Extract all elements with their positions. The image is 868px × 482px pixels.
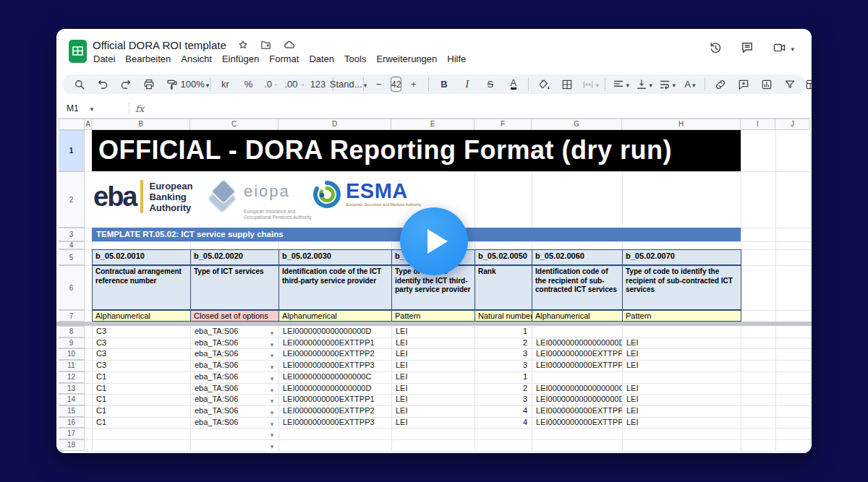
cell-J18[interactable] [775, 439, 811, 452]
menu-hilfe[interactable]: Hilfe [442, 52, 471, 66]
zoom-select[interactable]: 100% [184, 76, 206, 92]
document-status-cloud-icon[interactable] [283, 38, 296, 51]
cell-dropdown-icon[interactable] [267, 417, 277, 429]
cell-J17[interactable] [775, 428, 811, 440]
data-cell-H11[interactable]: LEI [622, 360, 741, 371]
text-wrap-button[interactable] [655, 76, 678, 92]
data-cell-E8[interactable]: LEI [391, 326, 475, 337]
data-cell-D10[interactable]: LEI0000000000EXTTPP2 [278, 348, 391, 360]
currency-format-button[interactable]: kr [214, 76, 237, 92]
data-cell-E14[interactable]: LEI [391, 394, 475, 405]
cell-dropdown-icon[interactable] [267, 405, 277, 417]
data-cell-C13[interactable]: eba_TA:S06 [190, 383, 278, 395]
strikethrough-button[interactable]: S [479, 76, 501, 92]
table-button[interactable] [801, 76, 812, 92]
data-cell-H16[interactable]: LEI [622, 417, 741, 429]
data-cell-B11[interactable]: C3 [92, 360, 190, 371]
data-cell-D13[interactable]: LEI0000000000000000D [278, 383, 391, 395]
cell-J16[interactable] [775, 417, 811, 429]
cell-H18[interactable] [622, 439, 741, 452]
cell-E17[interactable] [391, 428, 475, 440]
column-header-C[interactable]: C [190, 119, 278, 130]
data-cell-E13[interactable]: LEI [391, 383, 475, 395]
cell-G2[interactable] [532, 171, 623, 228]
cell-dropdown-icon[interactable] [267, 383, 277, 395]
cell-J2[interactable] [775, 171, 811, 228]
data-cell-F15[interactable]: 4 [475, 405, 532, 417]
move-icon[interactable] [260, 39, 272, 51]
print-button[interactable] [137, 76, 160, 92]
cell-I9[interactable] [741, 337, 776, 350]
cell-C18[interactable] [190, 439, 279, 452]
column-header-I[interactable]: I [741, 119, 775, 130]
fill-color-button[interactable] [532, 76, 555, 92]
font-size-input[interactable]: 42 [391, 77, 401, 92]
row-header-17[interactable]: 17 [59, 428, 85, 439]
data-cell-D14[interactable]: LEI0000000000EXTTPP1 [278, 394, 391, 405]
cell-F18[interactable] [475, 439, 532, 452]
cell-I17[interactable] [741, 428, 776, 440]
data-cell-G12[interactable] [532, 371, 622, 383]
data-cell-D12[interactable]: LEI0000000000000000C [278, 371, 391, 383]
data-cell-F13[interactable]: 2 [475, 383, 532, 395]
data-cell-F14[interactable]: 3 [475, 394, 532, 405]
cell-I1[interactable] [741, 130, 776, 172]
row-header-10[interactable]: 10 [59, 348, 85, 360]
horizontal-align-button[interactable] [609, 76, 631, 92]
meet-camera-button[interactable] [772, 40, 794, 55]
bold-button[interactable]: B [433, 76, 455, 92]
frozen-rows-divider[interactable] [56, 322, 812, 326]
data-cell-H12[interactable] [622, 371, 741, 383]
menu-daten[interactable]: Daten [304, 52, 339, 66]
star-icon[interactable] [237, 39, 249, 51]
doc-title[interactable]: Official DORA ROI template [93, 39, 226, 51]
data-cell-B9[interactable]: C3 [92, 337, 190, 349]
data-cell-C10[interactable]: eba_TA:S06 [190, 348, 278, 360]
cell-I14[interactable] [741, 394, 776, 406]
google-sheets-icon[interactable] [69, 40, 87, 63]
cell-I13[interactable] [741, 383, 776, 395]
column-header-E[interactable]: E [391, 119, 475, 130]
data-cell-G11[interactable]: LEI0000000000EXTTPP1 [532, 360, 622, 371]
cell-J10[interactable] [775, 348, 811, 361]
data-cell-E10[interactable]: LEI [391, 348, 475, 360]
row-header-16[interactable]: 16 [59, 417, 85, 429]
cell-I18[interactable] [741, 439, 776, 452]
data-cell-D11[interactable]: LEI0000000000EXTTPP3 [278, 360, 391, 371]
italic-button[interactable]: I [456, 76, 478, 92]
undo-button[interactable] [91, 76, 114, 92]
create-filter-button[interactable] [778, 76, 801, 92]
data-cell-E15[interactable]: LEI [391, 405, 475, 417]
data-cell-H8[interactable] [622, 326, 741, 337]
row-header-1[interactable]: 1 [59, 130, 85, 171]
cell-F2[interactable] [475, 171, 532, 228]
cell-dropdown-icon[interactable] [267, 371, 277, 383]
row-header-11[interactable]: 11 [59, 360, 85, 371]
cell-I5[interactable] [741, 249, 776, 266]
row-header-13[interactable]: 13 [59, 383, 85, 395]
cell-J6[interactable] [775, 265, 811, 311]
data-cell-D8[interactable]: LEI0000000000000000D [278, 326, 391, 337]
column-header-D[interactable]: D [278, 119, 391, 130]
data-cell-G15[interactable]: LEI0000000000EXTTPP1 [532, 405, 622, 417]
row-header-15[interactable]: 15 [59, 405, 85, 417]
cell-I12[interactable] [741, 371, 776, 384]
cell-J5[interactable] [775, 249, 811, 266]
cell-dropdown-icon[interactable] [267, 360, 277, 371]
name-box[interactable]: M1 [56, 103, 123, 113]
data-cell-C14[interactable]: eba_TA:S06 [190, 394, 278, 405]
data-cell-C12[interactable]: eba_TA:S06 [190, 371, 278, 383]
cell-J15[interactable] [775, 405, 811, 418]
comments-icon[interactable] [740, 40, 754, 55]
text-color-button[interactable]: A [502, 76, 524, 92]
cell-I16[interactable] [741, 417, 776, 429]
data-cell-H10[interactable]: LEI [622, 348, 741, 360]
number-format-button[interactable]: 123 [307, 76, 329, 92]
cell-B18[interactable] [92, 439, 191, 452]
data-cell-F10[interactable]: 3 [475, 348, 532, 360]
column-header-A[interactable]: A [85, 119, 92, 130]
row-header-14[interactable]: 14 [59, 394, 85, 405]
data-cell-C11[interactable]: eba_TA:S06 [190, 360, 278, 371]
cell-J13[interactable] [775, 383, 811, 395]
text-rotation-button[interactable]: A [678, 76, 701, 92]
